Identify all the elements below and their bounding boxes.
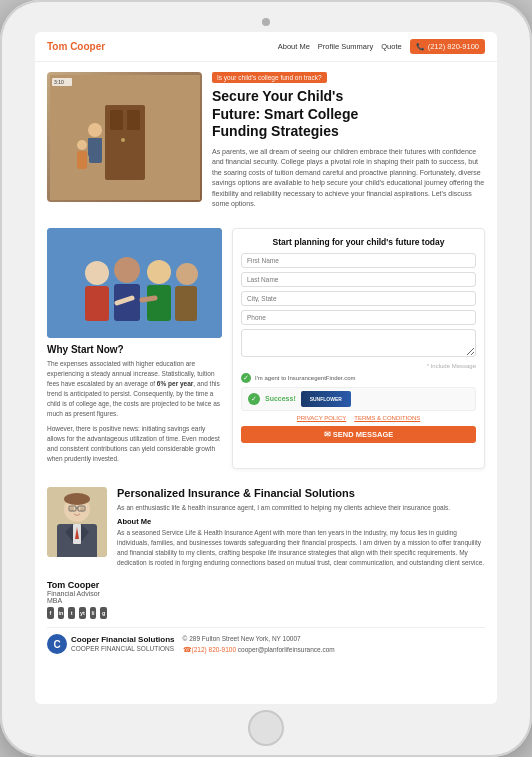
social-icons: f in t yt li g (47, 607, 107, 619)
svg-point-27 (64, 493, 90, 505)
company-logo-icon: C (47, 634, 67, 654)
svg-rect-9 (97, 138, 102, 156)
google-icon[interactable]: g (100, 607, 107, 619)
footer-company: C Cooper Financial Solutions COOPER FINA… (47, 627, 485, 655)
twitter-icon[interactable]: t (68, 607, 75, 619)
svg-point-19 (147, 260, 171, 284)
svg-rect-20 (147, 285, 171, 321)
person-card: Tom Cooper Financial Advisor MBA f in t … (47, 576, 107, 619)
hero-text: Is your child's college fund on track? S… (212, 72, 485, 210)
company-logo: C Cooper Financial Solutions COOPER FINA… (47, 634, 175, 654)
nav-profile[interactable]: Profile Summary (318, 42, 373, 51)
company-name-sub: COOPER FINANCIAL SOLUTIONS (71, 645, 175, 653)
nav-quote[interactable]: Quote (381, 42, 401, 51)
home-button[interactable] (248, 710, 284, 746)
hero-image: 3:10 (47, 72, 202, 202)
company-address: © 289 Fulton Street New York, NY 10007 (183, 634, 335, 644)
why-para1: The expenses associated with higher educ… (47, 359, 222, 419)
footer-top: Personalized Insurance & Financial Solut… (47, 487, 485, 568)
success-row: ✓ Success! SUNFLOWER (241, 387, 476, 411)
success-check-icon: ✓ (248, 393, 260, 405)
hero-section: 3:10 Is your child's college fund on tra… (35, 62, 497, 220)
linkedin-icon[interactable]: li (90, 607, 97, 619)
svg-point-5 (121, 138, 125, 142)
nav-phone-number: (212) 820-9100 (428, 42, 479, 51)
success-label: Success! (265, 395, 296, 402)
tablet-frame: Tom Cooper About Me Profile Summary Quot… (0, 0, 532, 757)
ins-logo: SUNFLOWER (301, 391, 351, 407)
agent-text: I'm agent to InsurancegentFinder.com (255, 375, 476, 381)
phone-field[interactable] (241, 310, 476, 325)
middle-section: Why Start Now? The expenses associated w… (35, 220, 497, 478)
svg-rect-3 (110, 110, 123, 130)
insurance-badge: SUNFLOWER (301, 391, 351, 407)
footer-insurance-title: Personalized Insurance & Financial Solut… (117, 487, 485, 499)
person-role: Financial Advisor (47, 590, 107, 597)
svg-point-10 (77, 140, 87, 150)
nav-about[interactable]: About Me (278, 42, 310, 51)
message-note: * Include Message (241, 363, 476, 369)
svg-rect-8 (88, 138, 93, 156)
contact-form: Start planning for your child's future t… (232, 228, 485, 470)
nav-phone[interactable]: 📞 (212) 820-9100 (410, 39, 485, 54)
hero-desc: As parents, we all dream of seeing our c… (212, 147, 485, 210)
why-para2: However, there is positive news: initiat… (47, 424, 222, 464)
nav-logo: Tom Cooper (47, 41, 105, 52)
svg-line-24 (142, 298, 155, 300)
company-phone: ☎(212) 820-9100 cooper@planforlifeinsura… (183, 645, 335, 655)
hero-title: Secure Your Child's Future: Smart Colleg… (212, 88, 485, 141)
agent-row: ✓ I'm agent to InsurancegentFinder.com (241, 373, 476, 383)
svg-rect-14 (47, 228, 222, 338)
svg-text:3:10: 3:10 (54, 79, 64, 85)
avatar (47, 487, 107, 557)
instagram-icon[interactable]: in (58, 607, 65, 619)
nav-links: About Me Profile Summary Quote 📞 (212) 8… (278, 39, 485, 54)
privacy-link[interactable]: PRIVACY POLICY (297, 415, 346, 421)
svg-rect-11 (77, 151, 87, 169)
youtube-icon[interactable]: yt (79, 607, 86, 619)
form-title: Start planning for your child's future t… (241, 237, 476, 247)
screen-content: Tom Cooper About Me Profile Summary Quot… (35, 32, 497, 665)
phone-icon: 📞 (416, 43, 425, 51)
svg-point-15 (85, 261, 109, 285)
svg-point-6 (88, 123, 102, 137)
first-name-field[interactable] (241, 253, 476, 268)
svg-point-21 (176, 263, 198, 285)
person-degree: MBA (47, 597, 107, 604)
terms-link[interactable]: TERMS & CONDITIONS (354, 415, 420, 421)
company-name-main: Cooper Financial Solutions (71, 635, 175, 645)
svg-rect-22 (175, 286, 197, 321)
tablet-camera (262, 18, 270, 26)
footer-info: Personalized Insurance & Financial Solut… (117, 487, 485, 568)
ins-logo-text: SUNFLOWER (310, 396, 342, 402)
footer-about-text: As a seasoned Service Life & Health Insu… (117, 528, 485, 568)
company-name-block: Cooper Financial Solutions COOPER FINANC… (71, 635, 175, 654)
agent-check-icon: ✓ (241, 373, 251, 383)
footer-insurance-desc: As an enthusiastic life & health insuran… (117, 503, 485, 513)
person-name: Tom Cooper (47, 580, 107, 590)
mid-image (47, 228, 222, 338)
why-title: Why Start Now? (47, 344, 222, 355)
company-details: © 289 Fulton Street New York, NY 10007 ☎… (183, 634, 335, 655)
last-name-field[interactable] (241, 272, 476, 287)
message-field[interactable] (241, 329, 476, 357)
submit-button[interactable]: ✉ SEND MESSAGE (241, 426, 476, 443)
tablet-screen: Tom Cooper About Me Profile Summary Quot… (35, 32, 497, 704)
left-column: Why Start Now? The expenses associated w… (47, 228, 222, 470)
hero-image-inner: 3:10 (47, 72, 202, 202)
footer-section: Personalized Insurance & Financial Solut… (35, 477, 497, 665)
city-state-field[interactable] (241, 291, 476, 306)
svg-point-17 (114, 257, 140, 283)
about-label: About Me (117, 517, 485, 526)
svg-rect-4 (127, 110, 140, 130)
facebook-icon[interactable]: f (47, 607, 54, 619)
form-links: PRIVACY POLICY TERMS & CONDITIONS (241, 415, 476, 421)
navbar: Tom Cooper About Me Profile Summary Quot… (35, 32, 497, 62)
svg-rect-16 (85, 286, 109, 321)
hero-tag: Is your child's college fund on track? (212, 72, 327, 83)
